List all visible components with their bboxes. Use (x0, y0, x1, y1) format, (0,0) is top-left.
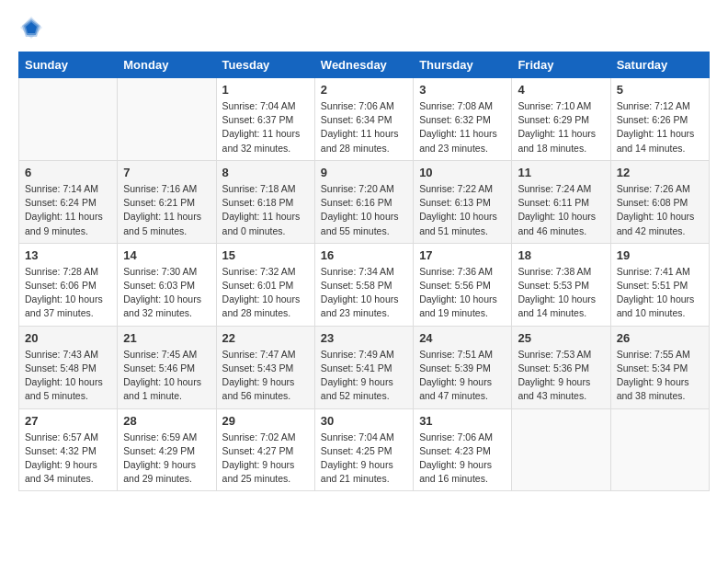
day-number: 23 (321, 331, 407, 345)
calendar-week-5: 27Sunrise: 6:57 AMSunset: 4:32 PMDayligh… (19, 408, 710, 491)
calendar-cell (118, 78, 216, 161)
calendar-cell: 29Sunrise: 7:02 AMSunset: 4:27 PMDayligh… (216, 408, 314, 491)
calendar-cell: 15Sunrise: 7:32 AMSunset: 6:01 PMDayligh… (216, 243, 314, 326)
day-info: Sunrise: 7:26 AMSunset: 6:08 PMDaylight:… (617, 182, 703, 238)
day-number: 8 (222, 166, 309, 179)
day-number: 13 (25, 248, 111, 262)
day-number: 24 (419, 331, 506, 345)
logo (18, 15, 46, 40)
day-info: Sunrise: 7:10 AMSunset: 6:29 PMDaylight:… (518, 99, 604, 155)
weekday-header-monday: Monday (118, 52, 216, 78)
calendar-header-row: SundayMondayTuesdayWednesdayThursdayFrid… (19, 52, 710, 78)
calendar-cell (512, 408, 610, 491)
calendar-cell: 27Sunrise: 6:57 AMSunset: 4:32 PMDayligh… (19, 408, 118, 491)
weekday-header-wednesday: Wednesday (314, 52, 413, 78)
day-info: Sunrise: 7:06 AMSunset: 6:34 PMDaylight:… (321, 99, 407, 155)
calendar-cell: 21Sunrise: 7:45 AMSunset: 5:46 PMDayligh… (118, 326, 216, 408)
calendar-cell: 8Sunrise: 7:18 AMSunset: 6:18 PMDaylight… (216, 160, 314, 243)
day-number: 7 (123, 166, 210, 179)
calendar-cell: 17Sunrise: 7:36 AMSunset: 5:56 PMDayligh… (414, 243, 512, 326)
day-info: Sunrise: 6:59 AMSunset: 4:29 PMDaylight:… (123, 431, 210, 487)
day-info: Sunrise: 7:45 AMSunset: 5:46 PMDaylight:… (123, 348, 210, 404)
day-number: 19 (617, 248, 703, 262)
calendar-week-3: 13Sunrise: 7:28 AMSunset: 6:06 PMDayligh… (19, 243, 710, 326)
day-info: Sunrise: 7:38 AMSunset: 5:53 PMDaylight:… (518, 265, 604, 321)
weekday-header-sunday: Sunday (19, 52, 118, 78)
day-info: Sunrise: 7:53 AMSunset: 5:36 PMDaylight:… (518, 348, 604, 404)
calendar-cell: 4Sunrise: 7:10 AMSunset: 6:29 PMDaylight… (512, 78, 610, 161)
calendar-cell: 30Sunrise: 7:04 AMSunset: 4:25 PMDayligh… (314, 408, 413, 491)
day-number: 27 (25, 414, 111, 428)
day-info: Sunrise: 7:22 AMSunset: 6:13 PMDaylight:… (419, 182, 506, 238)
calendar-cell: 5Sunrise: 7:12 AMSunset: 6:26 PMDaylight… (610, 78, 709, 161)
day-info: Sunrise: 7:06 AMSunset: 4:23 PMDaylight:… (419, 431, 506, 487)
day-info: Sunrise: 7:43 AMSunset: 5:48 PMDaylight:… (25, 348, 111, 404)
day-number: 22 (222, 331, 309, 345)
calendar-cell: 24Sunrise: 7:51 AMSunset: 5:39 PMDayligh… (414, 326, 512, 408)
day-number: 3 (419, 83, 506, 97)
day-number: 31 (419, 414, 506, 428)
calendar-cell: 19Sunrise: 7:41 AMSunset: 5:51 PMDayligh… (610, 243, 709, 326)
calendar-cell: 6Sunrise: 7:14 AMSunset: 6:24 PMDaylight… (19, 160, 118, 243)
day-info: Sunrise: 7:18 AMSunset: 6:18 PMDaylight:… (222, 182, 309, 238)
calendar-cell: 25Sunrise: 7:53 AMSunset: 5:36 PMDayligh… (512, 326, 610, 408)
day-info: Sunrise: 7:20 AMSunset: 6:16 PMDaylight:… (321, 182, 407, 238)
day-info: Sunrise: 7:14 AMSunset: 6:24 PMDaylight:… (25, 182, 111, 238)
day-info: Sunrise: 7:16 AMSunset: 6:21 PMDaylight:… (123, 182, 210, 238)
day-number: 28 (123, 414, 210, 428)
calendar-week-2: 6Sunrise: 7:14 AMSunset: 6:24 PMDaylight… (19, 160, 710, 243)
day-info: Sunrise: 7:12 AMSunset: 6:26 PMDaylight:… (617, 99, 703, 155)
weekday-header-thursday: Thursday (414, 52, 512, 78)
logo-icon (18, 15, 44, 40)
calendar-cell: 16Sunrise: 7:34 AMSunset: 5:58 PMDayligh… (314, 243, 413, 326)
calendar-cell: 22Sunrise: 7:47 AMSunset: 5:43 PMDayligh… (216, 326, 314, 408)
calendar-cell: 1Sunrise: 7:04 AMSunset: 6:37 PMDaylight… (216, 78, 314, 161)
calendar-table: SundayMondayTuesdayWednesdayThursdayFrid… (18, 52, 710, 491)
day-number: 25 (518, 331, 604, 345)
day-number: 4 (518, 83, 604, 97)
day-info: Sunrise: 7:28 AMSunset: 6:06 PMDaylight:… (25, 265, 111, 321)
weekday-header-tuesday: Tuesday (216, 52, 314, 78)
calendar-cell: 10Sunrise: 7:22 AMSunset: 6:13 PMDayligh… (414, 160, 512, 243)
calendar-week-4: 20Sunrise: 7:43 AMSunset: 5:48 PMDayligh… (19, 326, 710, 408)
calendar-cell: 14Sunrise: 7:30 AMSunset: 6:03 PMDayligh… (118, 243, 216, 326)
day-info: Sunrise: 7:51 AMSunset: 5:39 PMDaylight:… (419, 348, 506, 404)
day-number: 17 (419, 248, 506, 262)
day-number: 15 (222, 248, 309, 262)
day-info: Sunrise: 7:36 AMSunset: 5:56 PMDaylight:… (419, 265, 506, 321)
calendar-cell: 9Sunrise: 7:20 AMSunset: 6:16 PMDaylight… (314, 160, 413, 243)
day-number: 10 (419, 166, 506, 179)
day-info: Sunrise: 7:55 AMSunset: 5:34 PMDaylight:… (617, 348, 703, 404)
calendar-cell (610, 408, 709, 491)
day-info: Sunrise: 7:02 AMSunset: 4:27 PMDaylight:… (222, 431, 309, 487)
calendar-cell: 7Sunrise: 7:16 AMSunset: 6:21 PMDaylight… (118, 160, 216, 243)
calendar-cell: 26Sunrise: 7:55 AMSunset: 5:34 PMDayligh… (610, 326, 709, 408)
weekday-header-saturday: Saturday (610, 52, 709, 78)
day-info: Sunrise: 7:49 AMSunset: 5:41 PMDaylight:… (321, 348, 407, 404)
calendar-cell: 23Sunrise: 7:49 AMSunset: 5:41 PMDayligh… (314, 326, 413, 408)
day-number: 11 (518, 166, 604, 179)
day-info: Sunrise: 6:57 AMSunset: 4:32 PMDaylight:… (25, 431, 111, 487)
day-number: 14 (123, 248, 210, 262)
day-number: 1 (222, 83, 309, 97)
day-info: Sunrise: 7:47 AMSunset: 5:43 PMDaylight:… (222, 348, 309, 404)
calendar-cell: 18Sunrise: 7:38 AMSunset: 5:53 PMDayligh… (512, 243, 610, 326)
calendar-cell: 20Sunrise: 7:43 AMSunset: 5:48 PMDayligh… (19, 326, 118, 408)
day-info: Sunrise: 7:04 AMSunset: 4:25 PMDaylight:… (321, 431, 407, 487)
day-number: 2 (321, 83, 407, 97)
calendar-cell: 31Sunrise: 7:06 AMSunset: 4:23 PMDayligh… (414, 408, 512, 491)
calendar-cell: 28Sunrise: 6:59 AMSunset: 4:29 PMDayligh… (118, 408, 216, 491)
calendar-cell: 11Sunrise: 7:24 AMSunset: 6:11 PMDayligh… (512, 160, 610, 243)
day-number: 6 (25, 166, 111, 179)
page: SundayMondayTuesdayWednesdayThursdayFrid… (0, 0, 728, 506)
day-info: Sunrise: 7:32 AMSunset: 6:01 PMDaylight:… (222, 265, 309, 321)
day-number: 26 (617, 331, 703, 345)
day-info: Sunrise: 7:41 AMSunset: 5:51 PMDaylight:… (617, 265, 703, 321)
day-number: 12 (617, 166, 703, 179)
day-number: 18 (518, 248, 604, 262)
day-info: Sunrise: 7:08 AMSunset: 6:32 PMDaylight:… (419, 99, 506, 155)
day-number: 20 (25, 331, 111, 345)
header (18, 15, 710, 40)
day-info: Sunrise: 7:24 AMSunset: 6:11 PMDaylight:… (518, 182, 604, 238)
day-number: 30 (321, 414, 407, 428)
